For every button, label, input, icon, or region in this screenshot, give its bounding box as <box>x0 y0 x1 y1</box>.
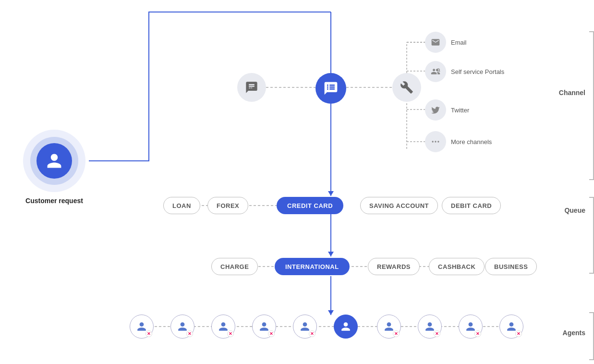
more-icon <box>431 137 440 146</box>
twitter-label: Twitter <box>451 107 469 114</box>
person-icon <box>46 152 63 170</box>
agent-9-unavailable: ✕ <box>474 330 481 337</box>
diagram-container: Customer request SMS Email <box>0 0 594 364</box>
rewards-pill[interactable]: REWARDS <box>368 258 420 275</box>
agent-8: ✕ <box>418 315 442 339</box>
wrench-icon <box>400 81 413 94</box>
agent-2-unavailable: ✕ <box>186 330 193 337</box>
customer-label: Customer request <box>25 197 83 205</box>
queue-bracket <box>589 197 594 274</box>
sms-icon: SMS <box>245 81 258 94</box>
more-channels-label: More channels <box>451 138 492 146</box>
agent-1-icon <box>136 321 147 332</box>
agent-4-circle: ✕ <box>252 315 276 339</box>
agent-8-icon <box>424 321 435 332</box>
agent-2-circle: ✕ <box>170 315 194 339</box>
agent-1-circle: ✕ <box>130 315 154 339</box>
agent-3-icon <box>218 321 229 332</box>
debit-card-pill[interactable]: DEBIT CARD <box>442 197 501 214</box>
connection-lines <box>0 0 594 364</box>
email-label: Email <box>451 39 467 46</box>
svg-point-40 <box>437 141 439 142</box>
customer-avatar-outer <box>23 130 85 192</box>
agent-5-icon <box>300 321 310 332</box>
twitter-icon <box>431 105 440 115</box>
agent-9: ✕ <box>459 315 483 339</box>
loan-pill[interactable]: LOAN <box>163 197 200 214</box>
channel-bracket <box>589 31 594 180</box>
twitter-channel: Twitter <box>425 99 469 121</box>
portals-icon <box>431 67 440 76</box>
agent-9-icon <box>465 321 476 332</box>
agent-7-circle: ✕ <box>377 315 401 339</box>
agents-bracket <box>589 312 594 360</box>
credit-card-pill[interactable]: CREDIT CARD <box>277 197 343 214</box>
agent-3: ✕ <box>211 315 235 339</box>
svg-point-38 <box>432 141 434 142</box>
agent-5-circle: ✕ <box>293 315 317 339</box>
agent-5-unavailable: ✕ <box>309 330 315 337</box>
charge-pill[interactable]: CHARGE <box>211 258 258 275</box>
agent-7-icon <box>384 321 394 332</box>
international-pill[interactable]: INTERNATIONAL <box>275 258 350 275</box>
agent-2-icon <box>177 321 188 332</box>
customer-avatar-inner <box>36 143 72 179</box>
agents-label: Agents <box>563 329 585 337</box>
saving-account-pill[interactable]: SAVING ACCOUNT <box>360 197 438 214</box>
agent-4: ✕ <box>252 315 276 339</box>
agent-8-circle: ✕ <box>418 315 442 339</box>
customer-avatar-mid <box>30 137 78 185</box>
agent-10: ✕ <box>499 315 523 339</box>
agent-4-icon <box>259 321 269 332</box>
email-icon <box>431 37 440 47</box>
agent-6 <box>334 315 358 339</box>
self-service-label: Self service Portals <box>451 68 504 75</box>
queue-label: Queue <box>564 206 585 214</box>
self-service-channel: Self service Portals <box>425 61 504 82</box>
chat-node[interactable] <box>315 73 346 104</box>
forex-pill[interactable]: FOREX <box>207 197 248 214</box>
cashback-pill[interactable]: CASHBACK <box>429 258 485 275</box>
svg-point-39 <box>435 141 436 142</box>
svg-line-37 <box>439 71 440 72</box>
agent-1: ✕ <box>130 315 154 339</box>
email-channel: Email <box>425 32 467 53</box>
agent-3-unavailable: ✕ <box>227 330 234 337</box>
svg-marker-23 <box>328 310 334 315</box>
business-pill[interactable]: BUSINESS <box>485 258 537 275</box>
agent-3-circle: ✕ <box>211 315 235 339</box>
svg-text:SMS: SMS <box>248 87 255 90</box>
agent-4-unavailable: ✕ <box>268 330 275 337</box>
more-icon-circle <box>425 131 446 152</box>
agent-7: ✕ <box>377 315 401 339</box>
agent-7-unavailable: ✕ <box>393 330 400 337</box>
agent-8-unavailable: ✕ <box>434 330 440 337</box>
agent-1-unavailable: ✕ <box>145 330 152 337</box>
agent-6-icon <box>340 321 351 332</box>
agent-10-icon <box>506 321 517 332</box>
sms-node[interactable]: SMS <box>237 73 266 102</box>
agent-6-circle <box>334 315 358 339</box>
agent-9-circle: ✕ <box>459 315 483 339</box>
settings-node[interactable] <box>392 73 421 102</box>
customer-node: Customer request <box>23 130 85 205</box>
more-channels: More channels <box>425 131 492 152</box>
email-icon-circle <box>425 32 446 53</box>
chat-icon <box>323 81 339 96</box>
agent-10-unavailable: ✕ <box>515 330 522 337</box>
svg-marker-17 <box>328 252 334 256</box>
svg-marker-12 <box>328 191 334 196</box>
agent-5: ✕ <box>293 315 317 339</box>
agent-2: ✕ <box>170 315 194 339</box>
agent-10-circle: ✕ <box>499 315 523 339</box>
twitter-icon-circle <box>425 99 446 121</box>
channel-label: Channel <box>559 89 585 97</box>
self-service-icon-circle <box>425 61 446 82</box>
